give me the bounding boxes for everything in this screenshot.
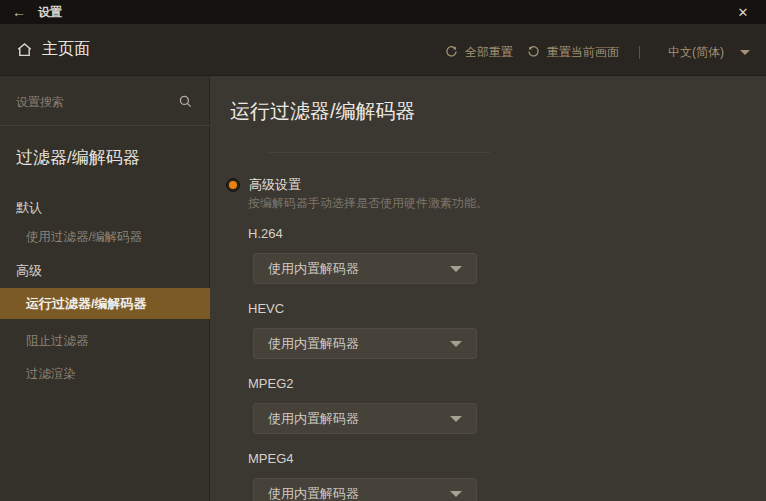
search-icon[interactable] [179, 94, 192, 112]
chevron-down-icon [740, 50, 750, 55]
window-title: 设置 [38, 4, 62, 21]
sidebar-item-block-filters[interactable]: 阻止过滤器 [0, 326, 210, 357]
dropdown-selected-value: 使用内置解码器 [268, 335, 359, 353]
advanced-settings-description: 按编解码器手动选择是否使用硬件激素功能。 [248, 195, 488, 212]
chevron-down-icon [450, 491, 462, 497]
header-divider [639, 46, 640, 59]
sidebar-group-default: 默认 [16, 199, 42, 217]
chevron-down-icon [450, 266, 462, 272]
codec-dropdown-hevc[interactable]: 使用内置解码器 [253, 328, 477, 359]
dropdown-selected-value: 使用内置解码器 [268, 485, 359, 501]
chevron-down-icon [450, 341, 462, 347]
advanced-settings-label: 高级设置 [249, 176, 301, 194]
title-divider [268, 152, 490, 153]
home-breadcrumb[interactable]: 主页面 [16, 39, 90, 60]
dropdown-selected-value: 使用内置解码器 [268, 260, 359, 278]
reset-current-label: 重置当前画面 [547, 44, 619, 61]
sidebar-item-use-filters-codecs[interactable]: 使用过滤器/编解码器 [0, 222, 210, 253]
reset-all-label: 全部重置 [465, 44, 513, 61]
reset-all-circular-arrow-icon [445, 45, 458, 61]
chevron-down-icon [450, 416, 462, 422]
reset-current-circular-arrow-icon [527, 45, 540, 61]
language-selector[interactable]: 中文(简体) [668, 44, 750, 61]
main-panel: 运行过滤器/编解码器 高级设置 按编解码器手动选择是否使用硬件激素功能。 H.2… [211, 76, 766, 501]
close-icon[interactable]: ✕ [732, 1, 754, 23]
codec-dropdown-mpeg2[interactable]: 使用内置解码器 [253, 403, 477, 434]
codec-label-h264: H.264 [248, 226, 283, 241]
sidebar-section-title: 过滤器/编解码器 [16, 146, 140, 169]
language-selected-value: 中文(简体) [668, 44, 724, 61]
header-actions: 全部重置 重置当前画面 中文(简体) [445, 38, 750, 61]
dropdown-selected-value: 使用内置解码器 [268, 410, 359, 428]
back-arrow-icon[interactable]: ← [12, 5, 26, 19]
codec-label-mpeg2: MPEG2 [248, 376, 294, 391]
advanced-settings-radio-row[interactable]: 高级设置 [226, 176, 301, 194]
sidebar-divider [0, 125, 210, 126]
reset-all-button[interactable]: 全部重置 [445, 44, 513, 61]
sidebar-group-advanced: 高级 [16, 262, 42, 280]
radio-dot [229, 181, 237, 189]
search-input[interactable] [16, 91, 171, 113]
page-header: 主页面 全部重置 重置当前画面 中文(简体) [0, 24, 766, 76]
page-title: 主页面 [42, 39, 90, 60]
codec-dropdown-mpeg4[interactable]: 使用内置解码器 [253, 478, 477, 501]
codec-label-hevc: HEVC [248, 301, 284, 316]
radio-selected-icon[interactable] [226, 178, 240, 192]
settings-sidebar: 过滤器/编解码器 默认 使用过滤器/编解码器 高级 运行过滤器/编解码器 阻止过… [0, 76, 210, 501]
settings-search [0, 88, 210, 118]
sidebar-item-run-filters-codecs-selected[interactable]: 运行过滤器/编解码器 [0, 288, 210, 319]
main-page-title: 运行过滤器/编解码器 [230, 98, 416, 125]
reset-current-button[interactable]: 重置当前画面 [527, 44, 619, 61]
codec-label-mpeg4: MPEG4 [248, 451, 294, 466]
home-icon [16, 42, 33, 58]
titlebar: ← 设置 ✕ [0, 0, 766, 24]
codec-dropdown-h264[interactable]: 使用内置解码器 [253, 253, 477, 284]
sidebar-item-filter-rendering[interactable]: 过滤渲染 [0, 359, 210, 390]
